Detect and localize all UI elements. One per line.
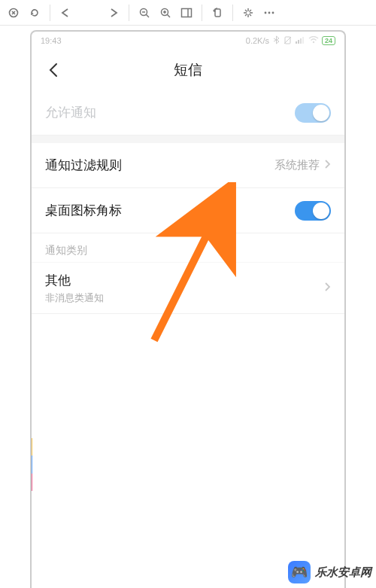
- back-button[interactable]: [42, 59, 65, 81]
- row-label: 其他: [45, 272, 324, 289]
- row-allow-notifications[interactable]: 允许通知: [32, 90, 344, 136]
- row-desktop-badge[interactable]: 桌面图标角标: [32, 188, 344, 233]
- svg-point-6: [268, 11, 271, 14]
- close-icon[interactable]: [3, 2, 24, 23]
- chevron-right-icon: [324, 159, 331, 172]
- refresh-icon[interactable]: [24, 2, 45, 23]
- watermark: 🎮 乐水安卓网: [288, 561, 371, 583]
- row-sublabel: 非消息类通知: [45, 291, 324, 305]
- no-sim-icon: [284, 36, 292, 46]
- watermark-logo-icon: 🎮: [288, 561, 311, 583]
- svg-rect-4: [215, 9, 220, 17]
- wifi-icon: [308, 36, 319, 45]
- nav-forward-icon[interactable]: [103, 2, 124, 23]
- rotate-icon[interactable]: [207, 2, 228, 23]
- toggle-desktop-badge[interactable]: [295, 201, 331, 221]
- svg-rect-10: [298, 40, 299, 44]
- row-filter-rule[interactable]: 通知过滤规则 系统推荐: [32, 143, 344, 188]
- row-other[interactable]: 其他 非消息类通知: [32, 263, 344, 314]
- battery-icon: 24: [322, 36, 335, 45]
- bluetooth-icon: [273, 35, 280, 46]
- svg-rect-9: [296, 41, 297, 44]
- row-value: 系统推荐: [274, 158, 320, 172]
- watermark-text: 乐水安卓网: [315, 565, 371, 580]
- toggle-allow-notifications[interactable]: [295, 103, 331, 123]
- nav-back-icon[interactable]: [55, 2, 76, 23]
- row-label: 桌面图标角标: [45, 202, 295, 219]
- svg-point-7: [272, 11, 274, 14]
- section-title-category: 通知类别: [32, 233, 344, 263]
- phone-frame: 19:43 0.2K/s 24 短信 允许通知: [30, 30, 346, 588]
- zoom-in-icon[interactable]: [155, 2, 176, 23]
- screen-header: 短信: [32, 50, 344, 90]
- signal-icon: [296, 36, 305, 45]
- left-ribbon-decor: [30, 438, 32, 491]
- settings-list: 允许通知 通知过滤规则 系统推荐 桌面图标角标 通知类别: [32, 90, 344, 588]
- svg-point-5: [265, 11, 267, 14]
- status-time: 19:43: [41, 36, 62, 45]
- svg-point-13: [313, 41, 314, 43]
- svg-rect-3: [182, 8, 192, 17]
- svg-rect-11: [300, 38, 302, 44]
- side-panel-icon[interactable]: [176, 2, 197, 23]
- row-label: 通知过滤规则: [45, 157, 274, 174]
- status-net-speed: 0.2K/s: [246, 36, 269, 45]
- status-bar: 19:43 0.2K/s 24: [32, 32, 344, 50]
- spark-icon[interactable]: [238, 2, 259, 23]
- chevron-right-icon: [324, 282, 331, 294]
- viewer-toolbar: [0, 0, 376, 26]
- more-icon[interactable]: [259, 2, 280, 23]
- row-label: 允许通知: [45, 104, 295, 121]
- zoom-out-icon[interactable]: [134, 2, 155, 23]
- page-title: 短信: [32, 60, 344, 80]
- right-dash-decor: [345, 438, 346, 491]
- svg-rect-12: [302, 37, 304, 44]
